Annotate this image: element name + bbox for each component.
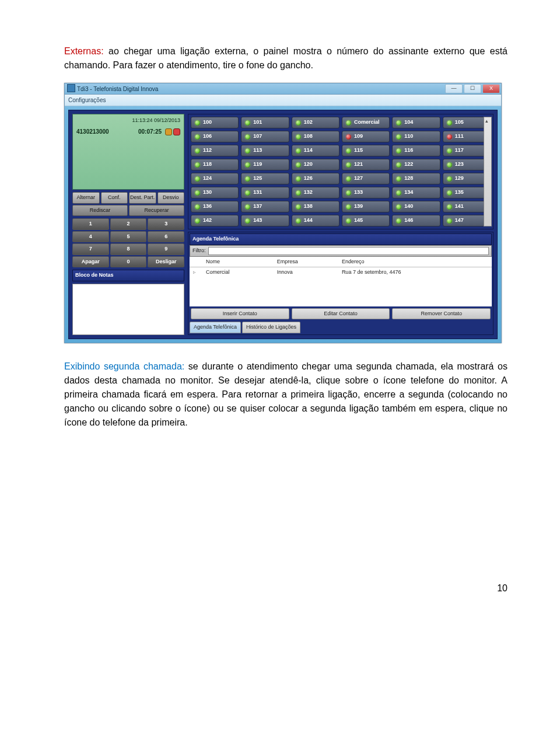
window-close-button[interactable]: X (482, 84, 500, 93)
extension-label: 111 (455, 133, 464, 141)
extension-101[interactable]: 101 (241, 117, 289, 128)
paragraph-externas: Externas: ao chegar uma ligação externa,… (64, 44, 508, 72)
lamp-icon (447, 190, 452, 196)
editar-contato-button[interactable]: Editar Contato (292, 308, 390, 320)
keypad-key-4[interactable]: 4 (72, 231, 109, 243)
keypad-key-2[interactable]: 2 (110, 218, 147, 230)
extension-146[interactable]: 146 (392, 215, 440, 226)
extension-124[interactable]: 124 (191, 173, 239, 184)
keypad-key-apagar[interactable]: Apagar (72, 256, 109, 268)
tab-agenda[interactable]: Agenda Telefônica (190, 322, 241, 333)
extension-130[interactable]: 130 (191, 187, 239, 198)
extension-144[interactable]: 144 (292, 215, 340, 226)
extension-Comercial[interactable]: Comercial (342, 117, 390, 128)
window-title: Tdi3 - Telefonista Digital Innova (67, 84, 158, 93)
extension-142[interactable]: 142 (191, 215, 239, 226)
agenda-header-endereco[interactable]: Endereço (338, 257, 492, 267)
extension-label: 116 (404, 147, 413, 155)
inserir-contato-button[interactable]: Inserir Contato (191, 308, 289, 320)
agenda-row[interactable]: ▹ Comercial Innova Rua 7 de setembro, 44… (190, 267, 492, 278)
alternar-button[interactable]: Alternar (72, 192, 100, 204)
desvio-button[interactable]: Desvio (158, 192, 185, 204)
lamp-icon (346, 120, 351, 126)
keypad-key-6[interactable]: 6 (148, 231, 184, 243)
keypad-key-7[interactable]: 7 (72, 243, 109, 255)
extension-134[interactable]: 134 (392, 187, 440, 198)
hangup-icon[interactable] (173, 128, 180, 135)
conf-button[interactable]: Conf. (101, 192, 128, 204)
extension-102[interactable]: 102 (292, 117, 340, 128)
extension-112[interactable]: 112 (191, 145, 239, 156)
extension-127[interactable]: 127 (342, 173, 390, 184)
extension-131[interactable]: 131 (241, 187, 289, 198)
extension-133[interactable]: 133 (342, 187, 390, 198)
keypad-key-desligar[interactable]: Desligar (148, 256, 184, 268)
extension-113[interactable]: 113 (241, 145, 289, 156)
rediscar-button[interactable]: Rediscar (72, 205, 128, 217)
extension-140[interactable]: 140 (392, 201, 440, 212)
lamp-icon (396, 204, 401, 210)
extension-120[interactable]: 120 (292, 159, 340, 170)
extension-107[interactable]: 107 (241, 131, 289, 142)
extension-126[interactable]: 126 (292, 173, 340, 184)
keypad-key-3[interactable]: 3 (148, 218, 184, 230)
extension-109[interactable]: 109 (342, 131, 390, 142)
keypad-key-8[interactable]: 8 (110, 243, 147, 255)
extension-122[interactable]: 122 (392, 159, 440, 170)
extension-119[interactable]: 119 (241, 159, 289, 170)
extension-116[interactable]: 116 (392, 145, 440, 156)
recuperar-button[interactable]: Recuperar (129, 205, 184, 217)
lamp-icon (245, 218, 250, 224)
remover-contato-button[interactable]: Remover Contato (392, 308, 491, 320)
lamp-icon (447, 204, 452, 210)
extension-136[interactable]: 136 (191, 201, 239, 212)
extension-104[interactable]: 104 (392, 117, 440, 128)
extension-137[interactable]: 137 (241, 201, 289, 212)
expand-icon[interactable]: ▹ (190, 267, 202, 278)
extension-139[interactable]: 139 (342, 201, 390, 212)
menu-configuracoes[interactable]: Configurações (65, 95, 501, 106)
window-min-button[interactable]: — (445, 84, 463, 93)
keypad-key-1[interactable]: 1 (72, 218, 109, 230)
extension-138[interactable]: 138 (292, 201, 340, 212)
extension-label: 141 (455, 203, 464, 211)
extension-115[interactable]: 115 (342, 145, 390, 156)
extension-114[interactable]: 114 (292, 145, 340, 156)
lamp-icon (296, 148, 301, 154)
extension-145[interactable]: 145 (342, 215, 390, 226)
extension-label: 102 (304, 118, 313, 127)
agenda-header-empresa[interactable]: Empresa (274, 257, 338, 267)
agenda-filtro-input[interactable] (208, 247, 489, 255)
tab-historico[interactable]: Histórico de Ligações (242, 322, 300, 333)
window-max-button[interactable]: ☐ (464, 84, 481, 93)
extension-label: Comercial (354, 118, 380, 127)
lamp-icon (195, 162, 200, 168)
extension-label: 145 (354, 217, 363, 225)
extension-118[interactable]: 118 (191, 159, 239, 170)
lamp-icon (346, 134, 351, 140)
bloco-notas-area[interactable] (72, 284, 184, 335)
extension-scrollbar[interactable] (484, 117, 492, 226)
extension-143[interactable]: 143 (241, 215, 289, 226)
dest-part-button[interactable]: Dest. Part. (129, 192, 156, 204)
agenda-panel: Agenda Telefônica Filtro: Nome Empresa (188, 232, 494, 335)
extension-100[interactable]: 100 (191, 117, 239, 128)
keypad-key-9[interactable]: 9 (148, 243, 184, 255)
extension-label: 109 (354, 133, 363, 141)
phone-icon[interactable] (165, 128, 172, 135)
window-titlebar[interactable]: Tdi3 - Telefonista Digital Innova — ☐ X (64, 83, 502, 95)
extension-128[interactable]: 128 (392, 173, 440, 184)
keypad-key-5[interactable]: 5 (110, 231, 147, 243)
agenda-cell-empresa: Innova (274, 267, 338, 278)
extension-108[interactable]: 108 (292, 131, 340, 142)
extension-106[interactable]: 106 (191, 131, 239, 142)
agenda-header-nome[interactable]: Nome (202, 257, 274, 267)
extension-125[interactable]: 125 (241, 173, 289, 184)
extension-132[interactable]: 132 (292, 187, 340, 198)
extension-label: 119 (253, 161, 262, 169)
extension-label: 106 (203, 133, 212, 141)
extension-121[interactable]: 121 (342, 159, 390, 170)
extension-label: 143 (253, 217, 262, 225)
keypad-key-0[interactable]: 0 (110, 256, 147, 268)
extension-110[interactable]: 110 (392, 131, 440, 142)
